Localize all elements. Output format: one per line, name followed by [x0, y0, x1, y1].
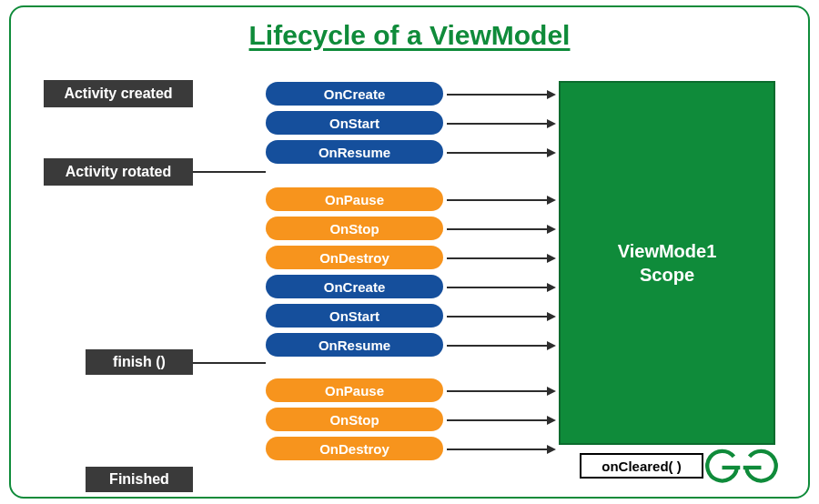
- lifecycle-pill: OnStart: [266, 304, 443, 328]
- label-activity-rotated: Activity rotated: [44, 158, 193, 186]
- connector-rotated: [193, 171, 266, 173]
- arrow-icon: [447, 228, 554, 230]
- arrow-icon: [447, 94, 554, 96]
- lifecycle-pill: OnCreate: [266, 82, 443, 106]
- viewmodel-scope-box: ViewMode1 Scope: [559, 81, 775, 445]
- arrow-icon: [447, 152, 554, 154]
- arrow-icon: [447, 316, 554, 318]
- label-finished: Finished: [86, 467, 193, 492]
- label-finish: finish (): [86, 349, 193, 375]
- arrow-icon: [447, 449, 554, 450]
- connector-finish: [193, 362, 266, 364]
- arrow-icon: [447, 287, 554, 288]
- scope-line2: Scope: [640, 263, 694, 287]
- arrow-icon: [447, 419, 554, 421]
- lifecycle-pill: OnStop: [266, 408, 443, 431]
- arrow-icon: [447, 390, 554, 392]
- diagram-title: Lifecycle of a ViewModel: [11, 20, 808, 51]
- arrow-icon: [447, 199, 554, 201]
- label-activity-created: Activity created: [44, 80, 193, 107]
- lifecycle-pill: OnResume: [266, 140, 443, 164]
- lifecycle-pill: OnResume: [266, 333, 443, 357]
- scope-line1: ViewMode1: [618, 239, 717, 263]
- arrow-icon: [447, 345, 554, 347]
- lifecycle-pill: OnDestroy: [266, 246, 443, 269]
- lifecycle-pill: OnPause: [266, 187, 443, 211]
- arrow-icon: [447, 123, 554, 125]
- lifecycle-pill: OnStart: [266, 111, 443, 135]
- arrow-icon: [447, 257, 554, 259]
- diagram-frame: Lifecycle of a ViewModel Activity create…: [9, 5, 810, 499]
- lifecycle-pill: OnDestroy: [266, 437, 443, 460]
- oncleared-box: onCleared( ): [580, 453, 703, 479]
- geeksforgeeks-logo-icon: [703, 448, 781, 488]
- lifecycle-pill: OnStop: [266, 217, 443, 240]
- lifecycle-pill: OnPause: [266, 378, 443, 402]
- lifecycle-pill: OnCreate: [266, 275, 443, 298]
